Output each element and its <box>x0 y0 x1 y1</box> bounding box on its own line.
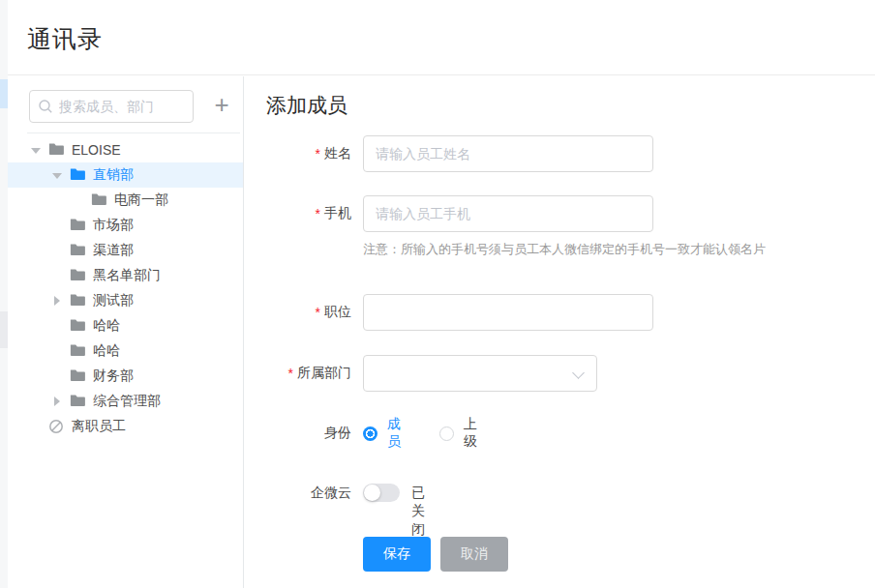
caret-spacer <box>72 193 85 207</box>
toggle-knob-icon <box>364 485 380 501</box>
folder-icon <box>70 243 85 258</box>
folder-icon <box>70 343 85 359</box>
tree-item-label: 直销部 <box>93 166 134 184</box>
caret-spacer <box>50 344 64 358</box>
department-tree: ELOISE直销部电商一部市场部渠道部黑名单部门测试部哈哈哈哈财务部综合管理部离… <box>8 137 243 439</box>
left-rail <box>0 0 8 588</box>
tree-item-label: 渠道部 <box>93 242 134 259</box>
rail-accent-segment <box>0 79 8 108</box>
identity-radio-group: 成员上级 <box>363 424 516 443</box>
phone-input[interactable] <box>363 195 653 232</box>
folder-icon <box>70 368 85 384</box>
tree-item-label: 测试部 <box>93 292 134 309</box>
caret-spacer <box>29 420 43 433</box>
save-button[interactable]: 保存 <box>363 537 431 572</box>
required-marker: * <box>288 366 293 381</box>
tree-item-label: 综合管理部 <box>93 393 161 410</box>
tree-item-7[interactable]: 哈哈 <box>8 313 243 338</box>
tree-item-label: 电商一部 <box>114 191 168 209</box>
qiweiyun-toggle[interactable] <box>363 484 400 502</box>
folder-icon <box>70 268 85 283</box>
caret-spacer <box>50 219 64 232</box>
required-marker: * <box>316 146 320 162</box>
tree-item-label: 离职员工 <box>72 418 126 435</box>
search-icon <box>38 99 53 114</box>
search-box <box>29 90 194 123</box>
folder-icon <box>70 293 85 309</box>
folder-icon <box>70 218 85 233</box>
phone-label: * 手机 <box>244 195 351 232</box>
name-label: * 姓名 <box>244 135 351 172</box>
required-marker: * <box>316 206 320 221</box>
tree-item-label: 哈哈 <box>93 342 120 360</box>
caret-down-icon[interactable] <box>29 143 43 157</box>
tree-item-11[interactable]: 离职员工 <box>8 414 243 439</box>
identity-radio-0[interactable]: 成员 <box>363 416 401 451</box>
page-header: 通讯录 <box>0 0 875 75</box>
tree-item-4[interactable]: 渠道部 <box>8 238 243 263</box>
caret-down-icon[interactable] <box>50 168 64 182</box>
department-label: * 所属部门 <box>244 355 351 392</box>
tree-item-8[interactable]: 哈哈 <box>8 338 243 364</box>
folder-icon <box>70 167 85 183</box>
folder-icon <box>70 318 85 334</box>
page-title: 通讯录 <box>27 23 103 55</box>
search-input[interactable] <box>29 90 194 123</box>
folder-icon <box>48 142 64 158</box>
cancel-button[interactable]: 取消 <box>440 537 508 572</box>
required-marker: * <box>316 305 320 320</box>
tree-item-label: 市场部 <box>93 217 134 234</box>
form-title: 添加成员 <box>266 92 347 119</box>
radio-selected-icon[interactable] <box>363 426 377 441</box>
caret-spacer <box>50 244 64 257</box>
tree-item-0[interactable]: ELOISE <box>8 137 243 162</box>
tree-item-label: ELOISE <box>72 142 121 158</box>
folder-icon <box>70 394 85 409</box>
folder-icon <box>91 192 106 208</box>
phone-note: 注意：所输入的手机号须与员工本人微信绑定的手机号一致才能认领名片 <box>363 241 766 258</box>
tree-item-2[interactable]: 电商一部 <box>8 188 243 213</box>
tree-item-label: 哈哈 <box>93 317 120 335</box>
chevron-down-icon <box>572 367 585 379</box>
identity-radio-label: 成员 <box>387 416 401 451</box>
rail-scroll-thumb[interactable] <box>0 311 8 348</box>
tree-item-10[interactable]: 综合管理部 <box>8 389 243 414</box>
position-input[interactable] <box>363 294 653 331</box>
tree-item-9[interactable]: 财务部 <box>8 364 243 389</box>
position-label: * 职位 <box>244 294 351 331</box>
identity-label: 身份 <box>244 424 351 443</box>
blocked-icon <box>48 419 64 434</box>
add-department-button[interactable]: + <box>207 88 236 121</box>
caret-spacer <box>50 269 64 282</box>
department-select[interactable] <box>363 355 597 392</box>
identity-radio-1[interactable]: 上级 <box>439 416 477 451</box>
radio-unselected-icon[interactable] <box>439 426 454 441</box>
name-input[interactable] <box>363 135 653 172</box>
add-member-panel: 添加成员 * 姓名 * 手机 注意：所输入的手机号须与员工本人微信绑定的手机号一… <box>244 76 875 588</box>
caret-right-icon[interactable] <box>50 294 64 308</box>
tree-item-label: 财务部 <box>93 368 134 385</box>
caret-spacer <box>50 319 64 333</box>
caret-spacer <box>50 369 64 383</box>
tree-item-3[interactable]: 市场部 <box>8 213 243 238</box>
sidebar: + ELOISE直销部电商一部市场部渠道部黑名单部门测试部哈哈哈哈财务部综合管理… <box>8 76 244 588</box>
qiweiyun-state: 已关闭 <box>411 484 425 502</box>
tree-item-5[interactable]: 黑名单部门 <box>8 263 243 288</box>
sidebar-divider <box>27 132 240 133</box>
identity-radio-label: 上级 <box>464 416 477 451</box>
tree-item-6[interactable]: 测试部 <box>8 288 243 313</box>
tree-item-1[interactable]: 直销部 <box>8 162 243 188</box>
qiweiyun-label: 企微云 <box>244 484 351 503</box>
caret-right-icon[interactable] <box>50 395 64 408</box>
tree-item-label: 黑名单部门 <box>93 267 161 284</box>
